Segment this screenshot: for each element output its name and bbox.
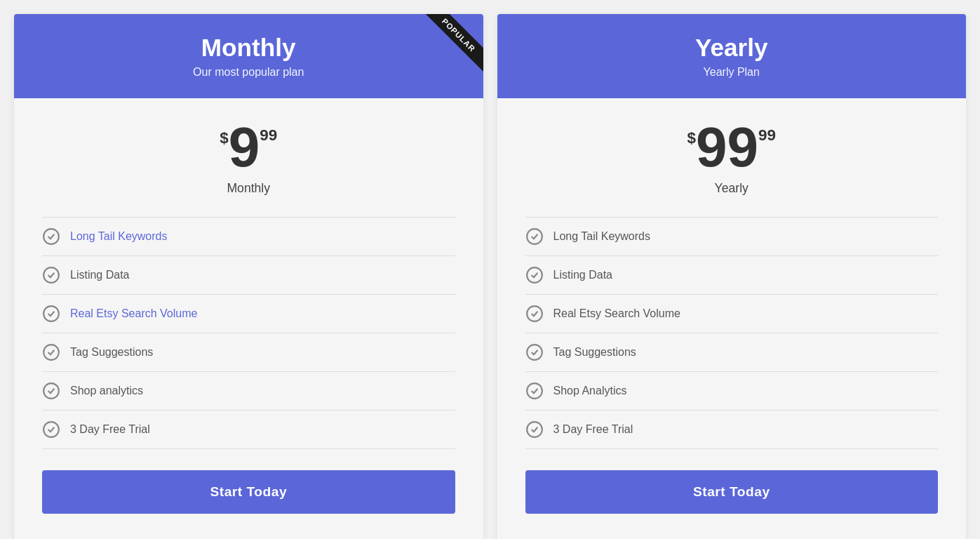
feature-text: Tag Suggestions [70,346,153,359]
card-header-yearly: YearlyYearly Plan [497,14,967,98]
list-item: 3 Day Free Trial [525,411,939,449]
price-display-yearly: $9999 [525,119,939,175]
svg-point-11 [527,422,542,437]
list-item: Real Etsy Search Volume [42,295,455,333]
check-circle-icon [525,382,544,400]
card-header-monthly: MonthlyOur most popular planPOPULAR [14,14,483,98]
check-circle-icon [42,420,60,439]
list-item: Long Tail Keywords [525,217,939,256]
svg-point-1 [43,267,59,283]
list-item: Long Tail Keywords [42,217,455,256]
svg-point-7 [527,267,542,283]
svg-point-0 [43,229,59,244]
feature-text: 3 Day Free Trial [70,423,150,436]
price-main-monthly: 9 [229,119,260,175]
price-dollar-monthly: $ [220,129,228,147]
check-circle-icon [525,343,544,361]
card-body-monthly: $999MonthlyLong Tail KeywordsListing Dat… [14,98,483,539]
svg-point-4 [43,383,59,399]
feature-text: Listing Data [70,269,130,281]
svg-point-2 [43,306,59,321]
feature-text: Tag Suggestions [553,346,636,359]
list-item: Listing Data [42,256,455,295]
list-item: Shop Analytics [525,372,939,411]
price-section-monthly: $999Monthly [42,119,455,196]
check-circle-icon [42,343,60,361]
svg-point-5 [43,422,59,437]
price-dollar-yearly: $ [687,129,696,147]
svg-point-6 [527,229,542,244]
plan-subtitle-yearly: Yearly Plan [704,66,760,79]
feature-text: Real Etsy Search Volume [70,307,197,320]
pricing-card-monthly: MonthlyOur most popular planPOPULAR$999M… [14,14,483,539]
card-body-yearly: $9999YearlyLong Tail KeywordsListing Dat… [497,98,967,539]
plan-title-monthly: Monthly [201,34,296,62]
list-item: Listing Data [525,256,939,295]
check-circle-icon [525,227,544,246]
check-circle-icon [525,420,544,439]
plan-subtitle-monthly: Our most popular plan [193,66,304,79]
popular-badge: POPULAR [413,14,483,84]
list-item: Tag Suggestions [525,333,939,372]
check-circle-icon [525,305,544,323]
plan-title-yearly: Yearly [695,34,768,62]
feature-text: Shop Analytics [553,385,627,397]
list-item: Shop analytics [42,372,455,411]
svg-point-10 [527,383,542,399]
features-list-yearly: Long Tail KeywordsListing DataReal Etsy … [525,217,939,449]
check-circle-icon [525,266,544,284]
feature-text: Long Tail Keywords [553,230,650,243]
start-today-button-yearly[interactable]: Start Today [525,470,939,514]
price-main-yearly: 99 [696,119,758,175]
start-today-button-monthly[interactable]: Start Today [42,470,455,514]
list-item: Tag Suggestions [42,333,455,372]
popular-badge-label: POPULAR [422,14,483,72]
features-list-monthly: Long Tail KeywordsListing DataReal Etsy … [42,217,455,449]
price-cents-yearly: 99 [758,126,776,145]
check-circle-icon [42,382,60,400]
feature-text: 3 Day Free Trial [553,423,633,436]
list-item: 3 Day Free Trial [42,411,455,449]
price-period-monthly: Monthly [42,181,455,196]
price-cents-monthly: 99 [260,126,277,145]
list-item: Real Etsy Search Volume [525,295,939,333]
feature-text: Listing Data [553,269,613,281]
feature-text: Long Tail Keywords [70,230,167,243]
check-circle-icon [42,305,60,323]
pricing-card-yearly: YearlyYearly Plan$9999YearlyLong Tail Ke… [497,14,967,539]
check-circle-icon [42,266,60,284]
price-section-yearly: $9999Yearly [525,119,939,196]
feature-text: Real Etsy Search Volume [553,307,680,320]
price-display-monthly: $999 [42,119,455,175]
svg-point-8 [527,306,542,321]
svg-point-9 [527,345,542,360]
price-period-yearly: Yearly [525,181,939,196]
check-circle-icon [42,227,60,246]
pricing-container: MonthlyOur most popular planPOPULAR$999M… [14,14,966,539]
svg-point-3 [43,345,59,360]
feature-text: Shop analytics [70,385,143,397]
